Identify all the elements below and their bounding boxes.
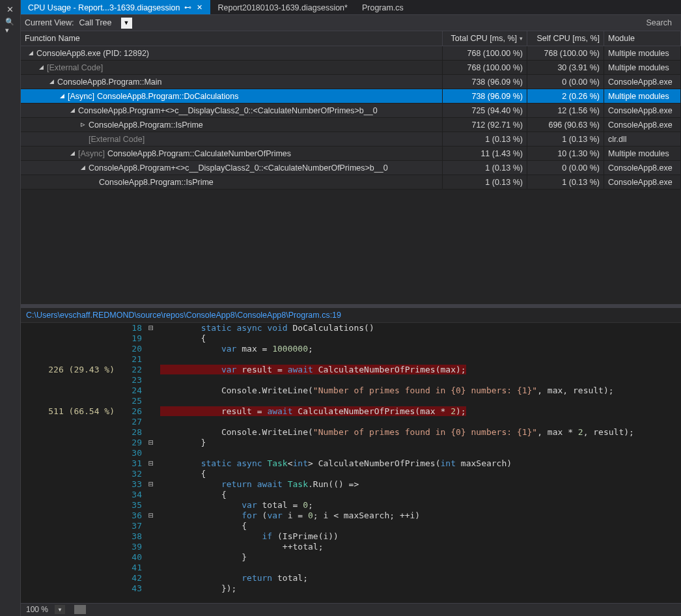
code-line[interactable]: }: [160, 438, 681, 448]
table-row[interactable]: [External Code]768 (100.00 %)30 (3.91 %)…: [21, 61, 681, 75]
table-row[interactable]: ConsoleApp8.Program::Main738 (96.09 %)0 …: [21, 75, 681, 89]
zoom-level[interactable]: 100 %: [26, 605, 48, 614]
cell-c2: 0 (0.00 %): [527, 75, 604, 89]
line-number: 26: [120, 406, 142, 417]
code-line[interactable]: Console.WriteLine("Number of primes foun…: [160, 385, 681, 396]
cpu-annotation: [21, 344, 115, 354]
col-total-cpu[interactable]: Total CPU [ms, %]: [443, 31, 527, 46]
fold-toggle-icon[interactable]: ⊟: [145, 511, 158, 521]
tab-0[interactable]: CPU Usage - Report...3-1639.diagsession⊷…: [21, 0, 210, 14]
code-line[interactable]: [160, 396, 681, 406]
code-line[interactable]: [160, 354, 681, 365]
fold-toggle-icon[interactable]: ⊟: [145, 479, 158, 490]
code-line[interactable]: [160, 375, 681, 385]
close-icon[interactable]: ✕: [195, 3, 203, 12]
line-number: 37: [120, 521, 142, 531]
fold-gutter: ⊟⊟⊟⊟⊟: [145, 323, 158, 603]
cpu-annotation: [21, 531, 115, 542]
cpu-annotation: [21, 500, 115, 511]
code-line[interactable]: var max = 1000000;: [160, 344, 681, 354]
current-view-dropdown[interactable]: Call Tree ▼: [79, 18, 132, 29]
search-icon[interactable]: 🔍▾: [5, 21, 16, 31]
collapse-icon[interactable]: [79, 164, 86, 171]
tab-1[interactable]: Report20180103-1639.diagsession*: [210, 0, 354, 14]
chevron-down-icon[interactable]: ▼: [55, 605, 65, 614]
pin-icon[interactable]: ⊷: [184, 3, 191, 12]
fold-spacer: [145, 333, 158, 344]
code-line[interactable]: });: [160, 583, 681, 594]
collapse-icon[interactable]: [48, 78, 55, 85]
collapse-icon[interactable]: [59, 92, 65, 99]
collapse-icon[interactable]: [69, 107, 76, 113]
table-row[interactable]: ConsoleApp8.Program::IsPrime712 (92.71 %…: [21, 118, 681, 132]
code-line[interactable]: {: [160, 333, 681, 344]
code-line[interactable]: static async void DoCalculations(): [160, 323, 681, 333]
line-number: 32: [120, 469, 142, 479]
tab-2[interactable]: Program.cs: [355, 0, 411, 14]
code-line[interactable]: if (IsPrime(i)): [160, 531, 681, 542]
fold-toggle-icon[interactable]: ⊟: [145, 438, 158, 448]
fold-spacer: [145, 427, 158, 438]
line-number: 30: [120, 448, 142, 458]
fold-toggle-icon[interactable]: ⊟: [145, 323, 158, 333]
code-line[interactable]: [160, 563, 681, 573]
cell-c1: 11 (1.43 %): [443, 147, 527, 160]
code-line[interactable]: static async Task<int> CalculateNumberOf…: [160, 458, 681, 469]
view-toolbar: Current View: Call Tree ▼ Search: [21, 15, 681, 31]
line-number: 19: [120, 333, 142, 344]
code-content[interactable]: static async void DoCalculations() { var…: [158, 323, 681, 603]
cell-c2: 1 (0.13 %): [527, 175, 604, 189]
table-row[interactable]: ConsoleApp8.exe (PID: 12892)768 (100.00 …: [21, 46, 681, 61]
line-number: 24: [120, 385, 142, 396]
chevron-down-icon[interactable]: ▼: [121, 18, 132, 29]
cpu-annotation: [21, 573, 115, 583]
code-line[interactable]: Console.WriteLine("Number of primes foun…: [160, 427, 681, 438]
col-function-name[interactable]: Function Name: [21, 31, 443, 46]
collapse-icon[interactable]: [69, 150, 76, 156]
cell-c3: clr.dll: [604, 132, 681, 146]
code-line[interactable]: var total = 0;: [160, 500, 681, 511]
cell-c2: 1 (0.13 %): [527, 132, 604, 146]
line-number: 41: [120, 563, 142, 573]
col-self-cpu[interactable]: Self CPU [ms, %]: [527, 31, 604, 46]
code-line[interactable]: ++total;: [160, 542, 681, 552]
close-icon[interactable]: ✕: [5, 4, 16, 14]
collapse-icon[interactable]: [27, 49, 34, 56]
code-line[interactable]: result = await CalculateNumberOfPrimes(m…: [160, 406, 681, 417]
code-line[interactable]: var result = await CalculateNumberOfPrim…: [160, 365, 681, 375]
line-number: 39: [120, 542, 142, 552]
table-row[interactable]: [Async] ConsoleApp8.Program::CalculateNu…: [21, 147, 681, 161]
code-line[interactable]: return total;: [160, 573, 681, 583]
table-row[interactable]: ConsoleApp8.Program::IsPrime1 (0.13 %)1 …: [21, 175, 681, 189]
col-module[interactable]: Module: [604, 31, 681, 46]
line-number: 21: [120, 354, 142, 365]
horizontal-scroll-thumb[interactable]: [74, 605, 86, 614]
table-row[interactable]: ConsoleApp8.Program+<>c__DisplayClass2_0…: [21, 104, 681, 118]
fold-spacer: [145, 521, 158, 531]
line-number: 23: [120, 375, 142, 385]
code-line[interactable]: {: [160, 490, 681, 500]
table-row[interactable]: [External Code]1 (0.13 %)1 (0.13 %)clr.d…: [21, 132, 681, 147]
collapse-icon[interactable]: [38, 64, 44, 70]
cpu-annotation: [21, 448, 115, 458]
fn-name: [External Code]: [89, 135, 145, 144]
table-row[interactable]: ConsoleApp8.Program+<>c__DisplayClass2_0…: [21, 161, 681, 175]
code-path[interactable]: C:\Users\evschaff.REDMOND\source\repos\C…: [21, 308, 681, 323]
code-line[interactable]: [160, 448, 681, 458]
table-row[interactable]: [Async] ConsoleApp8.Program::DoCalculati…: [21, 89, 681, 104]
code-line[interactable]: [160, 417, 681, 427]
code-line[interactable]: {: [160, 521, 681, 531]
line-number: 40: [120, 552, 142, 563]
expand-icon[interactable]: [79, 121, 86, 128]
cell-c3: ConsoleApp8.exe: [604, 175, 681, 189]
code-line[interactable]: }: [160, 552, 681, 563]
code-line[interactable]: for (var i = 0; i < maxSearch; ++i): [160, 511, 681, 521]
fold-spacer: [145, 354, 158, 365]
fold-toggle-icon[interactable]: ⊟: [145, 458, 158, 469]
cell-c2: 30 (3.91 %): [527, 61, 604, 74]
line-number: 34: [120, 490, 142, 500]
search-input[interactable]: Search: [646, 18, 677, 27]
code-line[interactable]: {: [160, 469, 681, 479]
fold-spacer: [145, 573, 158, 583]
code-line[interactable]: return await Task.Run(() =>: [160, 479, 681, 490]
